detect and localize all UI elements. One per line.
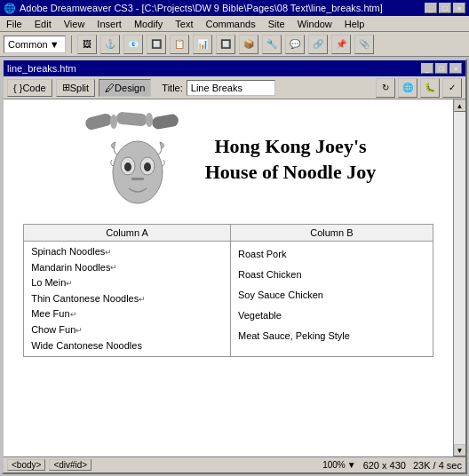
toolbar-btn-2[interactable]: ⚓ (100, 35, 120, 54)
toolbar-btn-13[interactable]: 📎 (354, 35, 374, 54)
svg-rect-1 (115, 112, 147, 127)
scroll-up-button[interactable]: ▲ (454, 99, 466, 112)
menu-insert[interactable]: Insert (94, 18, 124, 30)
app-icon: 🌐 (4, 3, 16, 14)
toolbar-btn-11[interactable]: 🔗 (308, 35, 328, 54)
doc-title-controls[interactable]: _ □ × (421, 63, 462, 74)
refresh-button[interactable]: ↻ (376, 78, 395, 98)
design-view-button[interactable]: 🖊 Design (99, 79, 151, 97)
design-icon: 🖊 (105, 83, 115, 93)
col-b-cell: Roast Pork Roast Chicken Soy Sauce Chick… (230, 242, 433, 357)
menu-commands[interactable]: Commands (203, 18, 258, 30)
minimize-button[interactable]: _ (425, 3, 437, 13)
list-item: Roast Chicken (238, 265, 425, 285)
svg-point-3 (110, 115, 117, 129)
heading-text: Hong Kong Joey's House of Noodle Joy (205, 134, 377, 185)
list-item: Roast Pork (238, 244, 425, 265)
svg-point-4 (146, 113, 153, 127)
div-tag[interactable]: <div#id> (49, 459, 91, 471)
title-bar-controls[interactable]: _ □ × (425, 3, 465, 13)
menu-site[interactable]: Site (266, 18, 288, 30)
list-item: Thin Cantonese Noodles↵ (31, 291, 223, 307)
menu-file[interactable]: File (4, 18, 25, 30)
list-item: Mandarin Noodles↵ (31, 260, 223, 276)
mask-image (105, 135, 171, 210)
menu-view[interactable]: View (61, 18, 88, 30)
design-label: Design (115, 83, 145, 93)
dropdown-arrow-icon: ▼ (50, 39, 60, 50)
menu-text[interactable]: Text (172, 18, 195, 30)
menu-window[interactable]: Window (295, 18, 335, 30)
debug-button[interactable]: 🐛 (420, 78, 440, 98)
zoom-control[interactable]: 100% ▼ (322, 460, 355, 470)
svg-point-9 (144, 163, 151, 171)
zoom-label: 100% (322, 460, 346, 470)
doc-toolbar: { } Code ⊞ Split 🖊 Design Title: ↻ 🌐 🐛 ✓ (4, 76, 465, 99)
menu-help[interactable]: Help (342, 18, 368, 30)
app-title-bar: 🌐 Adobe Dreamweaver CS3 - [C:\Projects\D… (0, 0, 469, 16)
list-item: Chow Fun↵ (31, 322, 223, 338)
title-bar-left: 🌐 Adobe Dreamweaver CS3 - [C:\Projects\D… (4, 3, 383, 14)
close-button[interactable]: × (453, 3, 465, 13)
list-item: Vegetable (238, 305, 425, 326)
toolbar-btn-7[interactable]: 🔲 (216, 35, 235, 54)
preview-button[interactable]: 🌐 (398, 78, 417, 98)
heading-line2: House of Noodle Joy (205, 160, 377, 186)
split-icon: ⊞ (62, 82, 70, 93)
page-canvas: Hong Kong Joey's House of Noodle Joy Col… (4, 99, 453, 456)
maximize-button[interactable]: □ (439, 3, 451, 13)
toolbar-btn-1[interactable]: 🖼 (77, 35, 97, 54)
col-a-header: Column A (24, 225, 231, 242)
col-b-items: Roast Pork Roast Chicken Soy Sauce Chick… (238, 244, 425, 346)
menu-modify[interactable]: Modify (131, 18, 165, 30)
main-toolbar: Common ▼ 🖼 ⚓ 📧 🔲 📋 📊 🔲 📦 🔧 💬 🔗 📌 📎 (0, 32, 469, 57)
common-label: Common (8, 39, 48, 50)
doc-maximize-button[interactable]: □ (435, 63, 448, 74)
body-tag[interactable]: <body> (7, 459, 45, 471)
toolbar-btn-8[interactable]: 📦 (239, 35, 258, 54)
toolbar-btn-3[interactable]: 📧 (123, 35, 143, 54)
doc-close-button[interactable]: × (449, 63, 462, 74)
toolbar-btn-9[interactable]: 🔧 (262, 35, 282, 54)
crackers-image (81, 108, 196, 135)
vertical-scrollbar[interactable]: ▲ ▼ (453, 99, 465, 456)
doc-filename: line_breaks.htm (7, 63, 76, 74)
doc-minimize-button[interactable]: _ (421, 63, 433, 74)
list-item: Lo Mein↵ (31, 275, 223, 291)
page-title-input[interactable] (187, 80, 275, 96)
toolbar-btn-4[interactable]: 🔲 (147, 35, 166, 54)
line-break-symbol-4: ↵ (139, 293, 146, 305)
toolbar-btn-6[interactable]: 📊 (193, 35, 212, 54)
menu-edit[interactable]: Edit (32, 18, 54, 30)
line-break-symbol-3: ↵ (66, 277, 73, 290)
svg-point-8 (124, 163, 131, 171)
header-visual (81, 108, 196, 210)
toolbar-separator-1 (71, 36, 72, 53)
status-bar: <body> <div#id> 100% ▼ 620 x 430 23K / 4… (4, 456, 465, 472)
code-label: Code (22, 83, 45, 93)
toolbar-btn-5[interactable]: 📋 (170, 35, 189, 54)
window-size: 620 x 430 (363, 460, 406, 471)
line-break-symbol-1: ↵ (105, 246, 112, 258)
noodle-table: Column A Column B Spinach Noodles↵ Manda… (23, 224, 433, 357)
header-section: Hong Kong Joey's House of Noodle Joy (12, 108, 444, 210)
scroll-track (454, 112, 465, 444)
heading-line1: Hong Kong Joey's (205, 134, 377, 160)
col-a-items: Spinach Noodles↵ Mandarin Noodles↵ Lo Me… (31, 244, 223, 353)
toolbar-btn-12[interactable]: 📌 (331, 35, 351, 54)
line-break-symbol-5: ↵ (70, 308, 77, 321)
status-bar-left: <body> <div#id> (7, 459, 91, 471)
line-break-symbol-6: ↵ (76, 324, 83, 337)
toolbar-btn-10[interactable]: 💬 (285, 35, 305, 54)
list-item: Meat Sauce, Peking Style (238, 326, 425, 346)
file-size: 23K / 4 sec (413, 460, 462, 471)
svg-rect-10 (131, 178, 144, 180)
content-area: Hong Kong Joey's House of Noodle Joy Col… (4, 99, 465, 456)
code-view-button[interactable]: { } Code (7, 79, 52, 97)
validate-button[interactable]: ✓ (442, 78, 462, 98)
insert-category-dropdown[interactable]: Common ▼ (4, 36, 66, 53)
scroll-down-button[interactable]: ▼ (454, 444, 466, 456)
list-item: Soy Sauce Chicken (238, 285, 425, 305)
split-view-button[interactable]: ⊞ Split (56, 79, 95, 97)
app-title: Adobe Dreamweaver CS3 - [C:\Projects\DW … (20, 3, 383, 13)
